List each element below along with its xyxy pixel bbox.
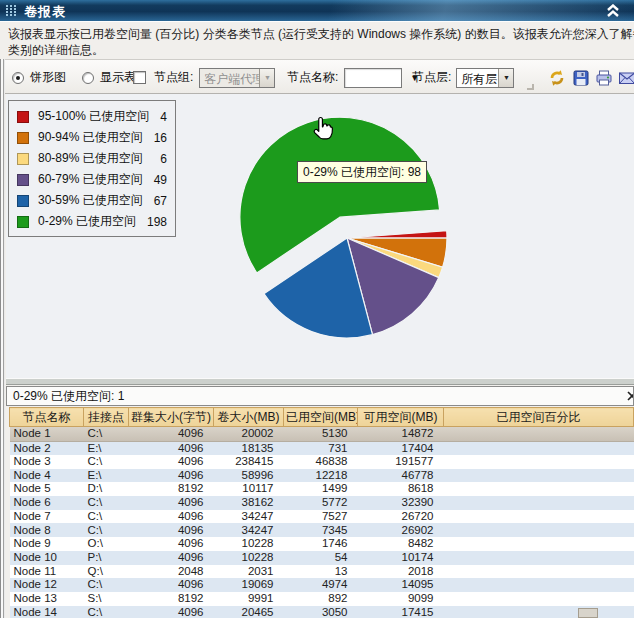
table-cell: C:\ xyxy=(84,578,129,592)
table-cell: 8192 xyxy=(129,482,214,496)
table-cell: 20465 xyxy=(214,606,284,618)
table-cell xyxy=(444,523,634,537)
pie-slice[interactable] xyxy=(347,231,447,238)
table-cell: 5130 xyxy=(284,427,358,442)
table-cell: Node 6 xyxy=(10,496,84,510)
table-cell xyxy=(444,510,634,524)
table-row[interactable]: Node 6C:\409638162577232390 xyxy=(10,496,634,510)
table-cell: 38162 xyxy=(214,496,284,510)
table-cell xyxy=(444,578,634,592)
volume-report-window: 卷报表 该报表显示按已用卷空间量 (百分比) 分类各类节点 (运行受支持的 Wi… xyxy=(0,0,634,618)
table-cell: 4096 xyxy=(129,441,214,455)
toolbar-actions xyxy=(548,60,634,95)
save-icon[interactable] xyxy=(572,69,590,87)
table-row[interactable]: Node 12C:\409619069497414095 xyxy=(10,578,634,592)
table-cell: C:\ xyxy=(84,606,129,618)
table-cell: 26720 xyxy=(358,510,444,524)
table-cell xyxy=(444,469,634,483)
horizontal-splitter[interactable] xyxy=(6,378,634,385)
table-cell: 32390 xyxy=(358,496,444,510)
table-column-header[interactable]: 卷大小(MB) xyxy=(214,408,284,427)
table-cell: Node 10 xyxy=(10,551,84,565)
table-cell xyxy=(444,537,634,551)
table-cell: 9991 xyxy=(214,592,284,606)
table-cell: Node 11 xyxy=(10,565,84,579)
scrollbar-stub[interactable] xyxy=(578,608,598,618)
print-icon[interactable] xyxy=(595,69,613,87)
table-cell: Node 5 xyxy=(10,482,84,496)
page-title: 卷报表 xyxy=(24,3,66,21)
table-row[interactable]: Node 5D:\81921011714998618 xyxy=(10,482,634,496)
table-cell: 26902 xyxy=(358,523,444,537)
table-cell: 4096 xyxy=(129,427,214,442)
table-cell: 10117 xyxy=(214,482,284,496)
show-table-radio-label: 显示表 xyxy=(100,69,136,86)
node-group-dropdown[interactable]: 客户端代理 ▼ xyxy=(199,68,275,88)
table-cell: 54 xyxy=(284,551,358,565)
left-splitter[interactable] xyxy=(0,59,5,618)
node-group-checkbox[interactable] xyxy=(133,71,146,84)
table-cell: C:\ xyxy=(84,510,129,524)
refresh-icon[interactable] xyxy=(548,69,566,87)
table-column-header[interactable]: 挂接点 xyxy=(84,408,129,427)
email-icon[interactable] xyxy=(618,69,634,87)
table-row[interactable]: Node 3C:\409623841546838191577 xyxy=(10,455,634,469)
node-name-label: 节点名称: xyxy=(287,69,338,86)
table-column-header[interactable]: 群集大小(字节) xyxy=(129,408,214,427)
drilldown-table: 节点名称挂接点群集大小(字节)卷大小(MB)已用空间(MB)可用空间(MB)已用… xyxy=(9,407,634,618)
table-row[interactable]: Node 7C:\409634247752726720 xyxy=(10,510,634,524)
table-row[interactable]: Node 1C:\409620002513014872 xyxy=(10,427,634,442)
show-table-radio[interactable] xyxy=(82,72,94,84)
table-row[interactable]: Node 13S:\819299918929099 xyxy=(10,592,634,606)
table-cell xyxy=(444,441,634,455)
table-row[interactable]: Node 11Q:\20482031132018 xyxy=(10,565,634,579)
description-line-1: 该报表显示按已用卷空间量 (百分比) 分类各类节点 (运行受支持的 Window… xyxy=(8,26,634,42)
table-cell xyxy=(444,482,634,496)
toolbar: 饼形图 显示表 节点组: 客户端代理 ▼ 节点名称: ▼ 节点层: 所有层 ▼ xyxy=(0,59,634,94)
table-cell: 46838 xyxy=(284,455,358,469)
table-cell: 4096 xyxy=(129,578,214,592)
table-column-header[interactable]: 可用空间(MB) xyxy=(358,408,444,427)
table-cell: 34247 xyxy=(214,523,284,537)
node-group-control: 节点组: 客户端代理 ▼ xyxy=(133,60,275,95)
node-tier-dropdown[interactable]: 所有层 ▼ xyxy=(456,68,514,88)
table-cell: E:\ xyxy=(84,469,129,483)
table-cell xyxy=(444,551,634,565)
table-cell: 238415 xyxy=(214,455,284,469)
report-description: 该报表显示按已用卷空间量 (百分比) 分类各类节点 (运行受支持的 Window… xyxy=(0,21,634,59)
drilldown-section-header: 0-29% 已使用空间: 1 xyxy=(6,386,634,406)
table-cell: 8192 xyxy=(129,592,214,606)
chart-tooltip: 0-29% 已使用空间: 98 xyxy=(297,161,427,183)
table-cell: C:\ xyxy=(84,427,129,442)
table-row[interactable]: Node 8C:\409634247734526902 xyxy=(10,523,634,537)
pie-chart-radio-group: 饼形图 xyxy=(12,60,66,95)
table-row[interactable]: Node 10P:\4096102285410174 xyxy=(10,551,634,565)
table-column-header[interactable]: 已用空间(MB) xyxy=(284,408,358,427)
table-cell: Node 1 xyxy=(10,427,84,442)
table-cell: E:\ xyxy=(84,441,129,455)
toolbar-grip-mark xyxy=(527,84,534,90)
table-cell: 4096 xyxy=(129,537,214,551)
table-cell xyxy=(444,606,634,618)
table-cell xyxy=(444,592,634,606)
table-row[interactable]: Node 14C:\409620465305017415 xyxy=(10,606,634,618)
close-icon[interactable] xyxy=(627,391,634,401)
hand-cursor-icon xyxy=(309,116,335,142)
table-column-header[interactable]: 节点名称 xyxy=(10,408,84,427)
table-row[interactable]: Node 9O:\40961022817468482 xyxy=(10,537,634,551)
table-cell: 19069 xyxy=(214,578,284,592)
collapse-chevrons-icon[interactable] xyxy=(606,4,620,17)
pie-chart-radio[interactable] xyxy=(12,72,24,84)
table-column-header[interactable]: 已用空间百分比 xyxy=(444,408,634,427)
node-name-input[interactable] xyxy=(344,68,402,88)
table-cell: 5772 xyxy=(284,496,358,510)
table-row[interactable]: Node 4E:\4096589961221846778 xyxy=(10,469,634,483)
table-cell: Q:\ xyxy=(84,565,129,579)
table-row[interactable]: Node 2E:\40961813573117404 xyxy=(10,441,634,455)
table-cell: 20002 xyxy=(214,427,284,442)
drilldown-table-wrap: 节点名称挂接点群集大小(字节)卷大小(MB)已用空间(MB)可用空间(MB)已用… xyxy=(9,407,634,618)
table-cell: Node 4 xyxy=(10,469,84,483)
table-cell: C:\ xyxy=(84,523,129,537)
titlebar-gloss xyxy=(0,0,634,21)
node-group-dropdown-value: 客户端代理 xyxy=(200,69,259,87)
